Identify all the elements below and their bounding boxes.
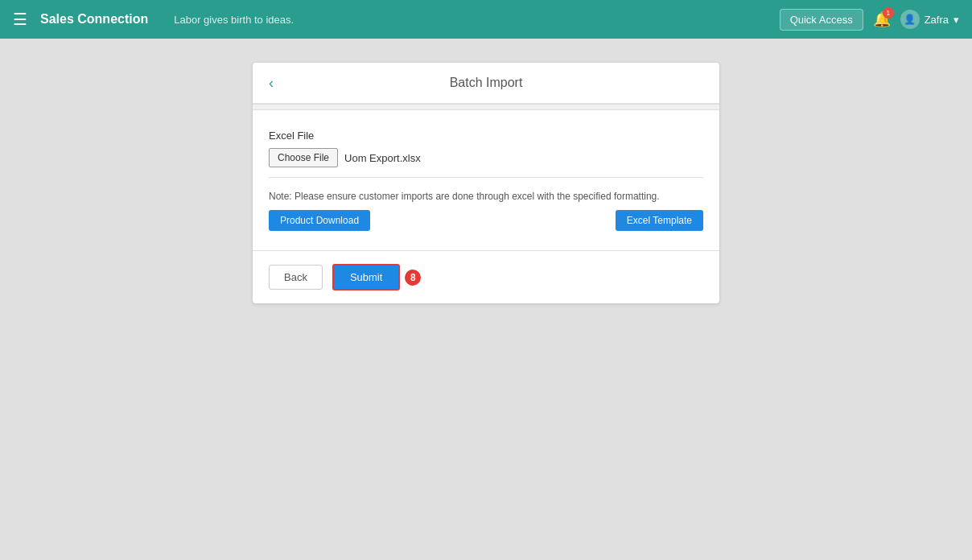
notification-icon[interactable]: 🔔 1 [873, 10, 891, 28]
card-divider [253, 104, 719, 110]
back-button[interactable]: Back [269, 265, 323, 290]
choose-file-button[interactable]: Choose File [269, 148, 338, 167]
card-header: ‹ Batch Import [253, 63, 719, 104]
notification-badge: 1 [883, 7, 894, 19]
quick-access-button[interactable]: Quick Access [780, 9, 863, 31]
app-header: ☰ Sales Connection Labor gives birth to … [0, 0, 972, 39]
submit-wrapper: Submit 8 [332, 264, 421, 290]
action-buttons-row: Product Download Excel Template [269, 210, 703, 231]
app-title: Sales Connection [40, 12, 148, 27]
header-right: Quick Access 🔔 1 👤 Zafra ▾ [780, 9, 959, 31]
note-text: Note: Please ensure customer imports are… [269, 191, 703, 202]
product-download-button[interactable]: Product Download [269, 210, 370, 231]
file-name-display: Uom Export.xlsx [344, 152, 421, 164]
card-body: Excel File Choose File Uom Export.xlsx N… [253, 110, 719, 251]
batch-import-card: ‹ Batch Import Excel File Choose File Uo… [253, 63, 719, 303]
main-content: ‹ Batch Import Excel File Choose File Uo… [0, 39, 972, 560]
card-title: Batch Import [269, 76, 703, 90]
avatar: 👤 [900, 10, 920, 29]
hamburger-icon[interactable]: ☰ [13, 10, 27, 29]
step-badge: 8 [405, 270, 421, 286]
user-name: Zafra [925, 14, 949, 26]
excel-template-button[interactable]: Excel Template [616, 210, 703, 231]
back-arrow-icon[interactable]: ‹ [269, 75, 274, 92]
file-input-row: Choose File Uom Export.xlsx [269, 148, 703, 178]
user-menu[interactable]: 👤 Zafra ▾ [900, 10, 959, 29]
tagline: Labor gives birth to ideas. [174, 14, 294, 26]
submit-button[interactable]: Submit [332, 264, 400, 290]
card-footer: Back Submit 8 [253, 251, 719, 303]
header-left: ☰ Sales Connection Labor gives birth to … [13, 10, 294, 29]
excel-file-label: Excel File [269, 130, 703, 142]
chevron-down-icon: ▾ [953, 14, 959, 26]
